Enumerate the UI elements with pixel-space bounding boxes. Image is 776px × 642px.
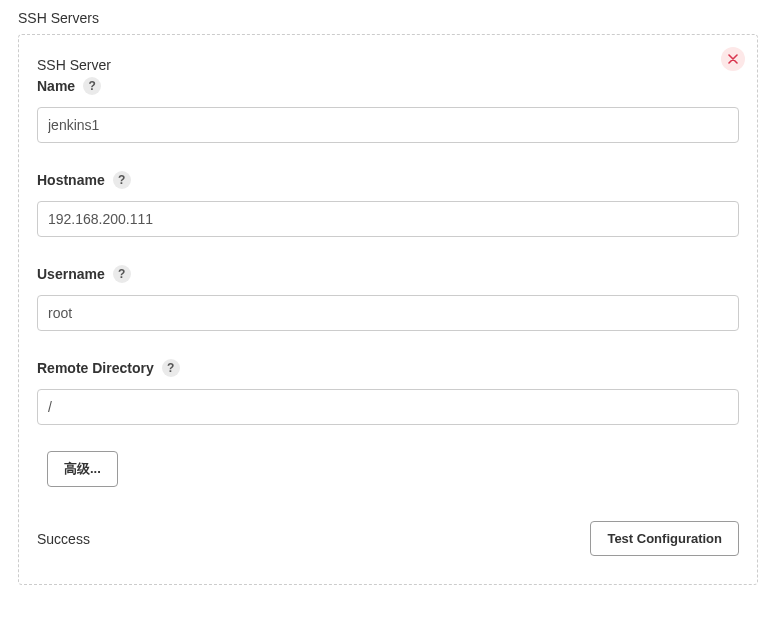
hostname-label: Hostname [37, 172, 105, 188]
field-group-name: Name ? [37, 77, 739, 143]
remote-directory-input[interactable] [37, 389, 739, 425]
advanced-row: 高级... [47, 451, 739, 487]
field-label-row: Name ? [37, 77, 739, 95]
help-icon[interactable]: ? [113, 265, 131, 283]
field-label-row: Remote Directory ? [37, 359, 739, 377]
hostname-input[interactable] [37, 201, 739, 237]
help-icon[interactable]: ? [113, 171, 131, 189]
field-group-hostname: Hostname ? [37, 171, 739, 237]
username-label: Username [37, 266, 105, 282]
field-label-row: Username ? [37, 265, 739, 283]
field-label-row: Hostname ? [37, 171, 739, 189]
remote-directory-label: Remote Directory [37, 360, 154, 376]
help-icon[interactable]: ? [83, 77, 101, 95]
panel-subtitle: SSH Server [37, 57, 111, 73]
username-input[interactable] [37, 295, 739, 331]
test-configuration-button[interactable]: Test Configuration [590, 521, 739, 556]
ssh-server-panel: SSH Server Name ? Hostname ? Username ? … [18, 34, 758, 585]
section-title: SSH Servers [18, 10, 758, 26]
name-input[interactable] [37, 107, 739, 143]
field-group-username: Username ? [37, 265, 739, 331]
panel-header: SSH Server [37, 57, 739, 73]
close-icon [728, 52, 738, 67]
field-group-remote-directory: Remote Directory ? [37, 359, 739, 425]
panel-footer: Success Test Configuration [37, 521, 739, 556]
help-icon[interactable]: ? [162, 359, 180, 377]
status-text: Success [37, 531, 90, 547]
remove-server-button[interactable] [721, 47, 745, 71]
name-label: Name [37, 78, 75, 94]
advanced-button[interactable]: 高级... [47, 451, 118, 487]
